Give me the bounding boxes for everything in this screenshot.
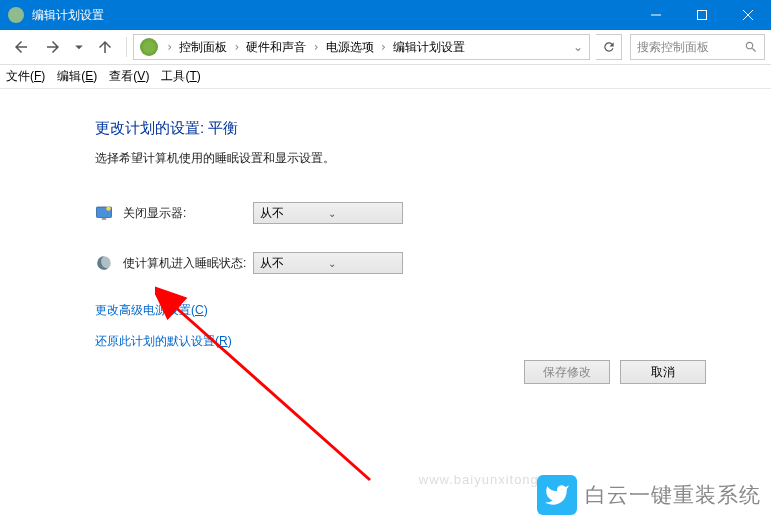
chevron-right-icon: › (376, 40, 391, 54)
button-bar: 保存修改 取消 (524, 360, 706, 384)
chevron-down-icon[interactable]: ⌄ (573, 40, 583, 54)
cancel-button[interactable]: 取消 (620, 360, 706, 384)
watermark: 白云一键重装系统 (537, 475, 761, 515)
back-button[interactable] (6, 33, 36, 61)
watermark-text: 白云一键重装系统 (585, 481, 761, 509)
setting-label: 关闭显示器: (123, 205, 253, 222)
content-area: 更改计划的设置: 平衡 选择希望计算机使用的睡眠设置和显示设置。 关闭显示器: … (0, 89, 771, 350)
close-button[interactable] (725, 0, 771, 30)
svg-rect-1 (698, 11, 707, 20)
breadcrumb-item[interactable]: 编辑计划设置 (391, 39, 467, 56)
breadcrumb-item[interactable]: 控制面板 (177, 39, 229, 56)
refresh-button[interactable] (596, 34, 622, 60)
page-title: 更改计划的设置: 平衡 (95, 119, 771, 138)
setting-display-off: 关闭显示器: 从不 ⌄ (95, 202, 771, 224)
breadcrumb-item[interactable]: 硬件和声音 (244, 39, 308, 56)
window-title: 编辑计划设置 (32, 7, 633, 24)
svg-rect-5 (102, 218, 107, 220)
maximize-button[interactable] (679, 0, 725, 30)
menu-tools[interactable]: 工具(T) (161, 68, 200, 85)
window-titlebar: 编辑计划设置 (0, 0, 771, 30)
sleep-dropdown[interactable]: 从不 ⌄ (253, 252, 403, 274)
search-icon (744, 40, 758, 54)
setting-sleep: 使计算机进入睡眠状态: 从不 ⌄ (95, 252, 771, 274)
navigation-bar: › 控制面板 › 硬件和声音 › 电源选项 › 编辑计划设置 ⌄ 搜索控制面板 (0, 30, 771, 65)
minimize-button[interactable] (633, 0, 679, 30)
chevron-right-icon: › (162, 40, 177, 54)
search-placeholder: 搜索控制面板 (637, 39, 744, 56)
breadcrumb-item[interactable]: 电源选项 (324, 39, 376, 56)
restore-defaults-link[interactable]: 还原此计划的默认设置(R) (95, 333, 771, 350)
forward-button[interactable] (38, 33, 68, 61)
up-button[interactable] (90, 33, 120, 61)
page-description: 选择希望计算机使用的睡眠设置和显示设置。 (95, 150, 771, 167)
menu-bar: 文件(F) 编辑(E) 查看(V) 工具(T) (0, 65, 771, 89)
display-off-dropdown[interactable]: 从不 ⌄ (253, 202, 403, 224)
menu-view[interactable]: 查看(V) (109, 68, 149, 85)
save-button[interactable]: 保存修改 (524, 360, 610, 384)
advanced-power-settings-link[interactable]: 更改高级电源设置(C) (95, 302, 771, 319)
chevron-down-icon: ⌄ (328, 258, 396, 269)
menu-file[interactable]: 文件(F) (6, 68, 45, 85)
breadcrumb[interactable]: › 控制面板 › 硬件和声音 › 电源选项 › 编辑计划设置 ⌄ (133, 34, 590, 60)
menu-edit[interactable]: 编辑(E) (57, 68, 97, 85)
monitor-icon (95, 204, 113, 222)
control-panel-icon (140, 38, 158, 56)
search-input[interactable]: 搜索控制面板 (630, 34, 765, 60)
chevron-right-icon: › (229, 40, 244, 54)
moon-icon (95, 254, 113, 272)
svg-point-6 (106, 206, 111, 211)
chevron-down-icon: ⌄ (328, 208, 396, 219)
setting-label: 使计算机进入睡眠状态: (123, 255, 253, 272)
chevron-right-icon: › (308, 40, 323, 54)
watermark-logo-icon (537, 475, 577, 515)
recent-dropdown[interactable] (70, 33, 88, 61)
window-icon (8, 7, 24, 23)
